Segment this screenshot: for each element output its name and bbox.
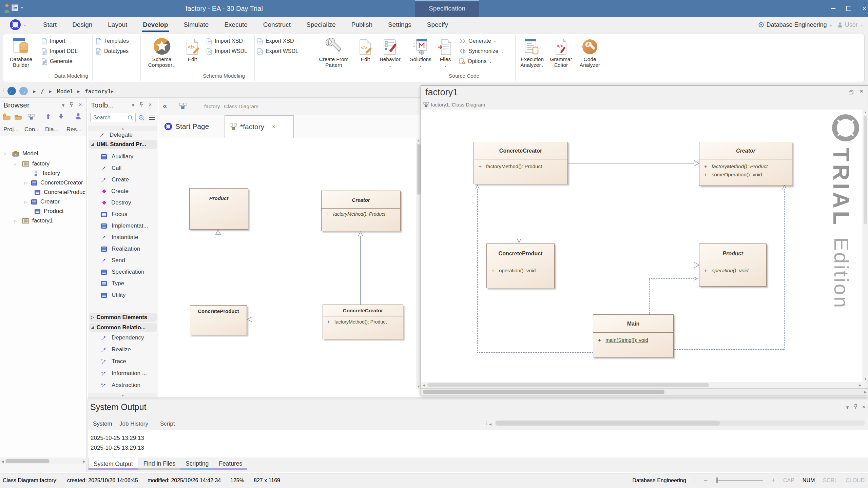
toolbox-section-common-elements[interactable]: ▷Common Elements — [89, 313, 157, 322]
scroll-right-icon[interactable]: ▶ — [864, 390, 867, 394]
tree-row-concreteproduct[interactable]: ConcreteProduct — [35, 188, 86, 197]
tree-row-factory1-package[interactable]: ▷ factory1 — [14, 216, 53, 226]
scrollbar-thumb[interactable] — [496, 421, 720, 426]
uml-class-product[interactable]: Product — [189, 188, 248, 230]
scrollbar-thumb[interactable] — [5, 459, 50, 463]
close-tab-icon[interactable]: × — [272, 124, 275, 130]
solutions-button[interactable]: Solutions⌄ — [408, 35, 433, 69]
execution-analyzer-button[interactable]: Execution Analyzer⌄ — [518, 35, 547, 69]
bottom-tab-scripting[interactable]: Scripting — [180, 458, 214, 470]
bottom-tab-system-output[interactable]: System Output — [88, 458, 138, 470]
splitter-grip-icon[interactable]: ⋮ — [484, 421, 489, 426]
scroll-down-icon[interactable]: ▼ — [417, 385, 420, 388]
new-project-icon[interactable] — [3, 113, 11, 120]
database-builder-button[interactable]: Database Builder — [5, 35, 37, 68]
new-diagram-icon[interactable] — [28, 114, 35, 120]
export-xsd-button[interactable]: </>Export XSD — [257, 36, 298, 46]
chevron-down-icon[interactable]: ▼ — [131, 103, 135, 108]
synchronize-button[interactable]: Synchronize⌄ — [459, 46, 504, 56]
bottom-tab-find-in-files[interactable]: Find in Files — [138, 458, 180, 470]
editor-hscrollbar[interactable]: ▶ — [421, 388, 868, 395]
scroll-right-icon[interactable]: ▶ — [859, 384, 861, 387]
back-button[interactable]: ← — [7, 87, 16, 95]
find-toolbox-item-icon[interactable] — [138, 115, 144, 121]
panel-splitter[interactable] — [88, 397, 868, 399]
collapse-toolbox-icon[interactable]: « — [163, 102, 167, 111]
chevron-down-icon[interactable]: ▼ — [61, 103, 65, 108]
tab-construct[interactable]: Construct — [255, 17, 298, 33]
scrollbar-thumb[interactable] — [427, 383, 709, 387]
zoom-slider-thumb[interactable] — [716, 477, 718, 483]
code-edit-button[interactable]: </> Edit — [355, 35, 375, 62]
browser-tab-diagram[interactable]: Dia... — [45, 126, 59, 133]
specification-title-tab[interactable]: Specification — [415, 0, 479, 17]
tab-start-page[interactable]: Start Page — [159, 115, 214, 138]
user-label[interactable]: User — [845, 21, 858, 28]
tab-start[interactable]: Start — [35, 17, 64, 33]
scroll-up-icon[interactable]: ▲ — [864, 111, 867, 114]
toolbox-item-trace[interactable]: TTrace — [101, 358, 126, 365]
tree-row-creator[interactable]: ▷ Creator — [24, 197, 60, 207]
move-down-icon[interactable] — [58, 113, 64, 119]
toolbox-item-information-flow[interactable]: IFInformation ... — [101, 370, 147, 377]
float-window-title[interactable]: factory1 — [425, 87, 458, 98]
chevron-down-icon[interactable]: ⌄ — [860, 23, 863, 27]
close-icon[interactable]: × — [149, 102, 152, 108]
zoom-in-icon[interactable]: + — [771, 477, 775, 484]
toolbox-item-abstraction[interactable]: AAbstraction — [101, 382, 140, 389]
create-from-pattern-button[interactable]: Create From Pattern — [313, 35, 354, 68]
sysout-tab-script[interactable]: Script — [160, 421, 175, 427]
toolbox-item-dependency[interactable]: Dependency — [101, 334, 144, 341]
tab-layout[interactable]: Layout — [100, 17, 135, 33]
chevron-down-icon[interactable]: ⌄ — [23, 23, 26, 27]
expander-open-icon[interactable]: ▽ — [14, 162, 18, 166]
sysout-tab-job-history[interactable]: Job History — [119, 421, 148, 427]
tab-design[interactable]: Design — [64, 17, 100, 33]
breadcrumb-root[interactable]: / — [41, 88, 44, 95]
import-ddl-button[interactable]: Import DDL — [41, 46, 78, 56]
pin-icon[interactable] — [69, 102, 74, 108]
breadcrumb-model[interactable]: Model — [57, 88, 73, 95]
toolbox-item-create-dep[interactable]: Create — [101, 176, 129, 183]
toolbox-scroll-up[interactable]: ▲ — [88, 126, 157, 131]
uml-class-concretecreator-f1[interactable]: ConcreteCreator +factoryMethod(): Produc… — [474, 142, 568, 184]
float-window-vscrollbar[interactable]: ▲ ▼ — [863, 110, 868, 382]
toolbox-item-send[interactable]: Send — [101, 257, 125, 264]
status-perspective[interactable]: Database Engineering — [632, 477, 686, 484]
options-button[interactable]: Options⌄ — [459, 56, 504, 66]
toolbox-item-realize[interactable]: Realize — [101, 346, 131, 353]
toolbox-section-common-relationships[interactable]: ◢Common Relatio... — [89, 323, 157, 332]
toolbox-item-auxiliary[interactable]: Auxiliary — [101, 153, 133, 160]
toolbox-item-delegate[interactable]: Delegate — [99, 132, 133, 138]
open-folder-icon[interactable] — [15, 114, 22, 120]
expander-closed-icon[interactable]: ▷ — [14, 219, 19, 223]
browser-tab-project[interactable]: Proj... — [3, 126, 18, 133]
toolbox-item-call[interactable]: Call — [101, 165, 121, 172]
close-button[interactable]: × — [857, 0, 868, 17]
scroll-right-icon[interactable]: ▶ — [83, 460, 85, 463]
chevron-down-icon[interactable]: ▼ — [20, 6, 24, 9]
uml-class-concretecreator[interactable]: ConcreteCreator +factoryMethod(): Produc… — [323, 305, 403, 339]
tree-row-model[interactable]: ▽ Model — [3, 149, 38, 158]
datatypes-button[interactable]: Datatypes — [96, 46, 129, 56]
import-wsdl-button[interactable]: </>Import WSDL — [206, 46, 247, 56]
expander-closed-icon[interactable]: ▷ — [24, 181, 29, 185]
avatar-icon[interactable] — [4, 3, 10, 13]
code-analyzer-button[interactable]: Code Analyzer — [575, 35, 604, 68]
minimize-button[interactable] — [826, 0, 840, 17]
system-output-content[interactable]: 2025-10-25 13:29:13 2025-10-25 13:29:13 — [88, 430, 868, 457]
person-icon[interactable] — [75, 113, 81, 119]
expander-closed-icon[interactable]: ▷ — [24, 200, 29, 204]
pin-icon[interactable] — [853, 404, 858, 410]
tab-settings[interactable]: Settings — [380, 17, 419, 33]
scroll-down-icon[interactable]: ▼ — [864, 377, 867, 381]
scroll-left-icon[interactable]: ◀ — [1, 460, 4, 463]
tab-specify[interactable]: Specify — [419, 17, 456, 33]
schema-edit-button[interactable]: </> Edit — [182, 35, 203, 62]
maximize-button[interactable] — [842, 0, 856, 17]
quick-access-window-icon[interactable] — [12, 4, 18, 11]
tab-simulate[interactable]: Simulate — [176, 17, 216, 33]
tab-execute[interactable]: Execute — [216, 17, 255, 33]
tab-factory-diagram[interactable]: *factory × — [225, 115, 294, 138]
close-icon[interactable]: × — [79, 102, 82, 108]
